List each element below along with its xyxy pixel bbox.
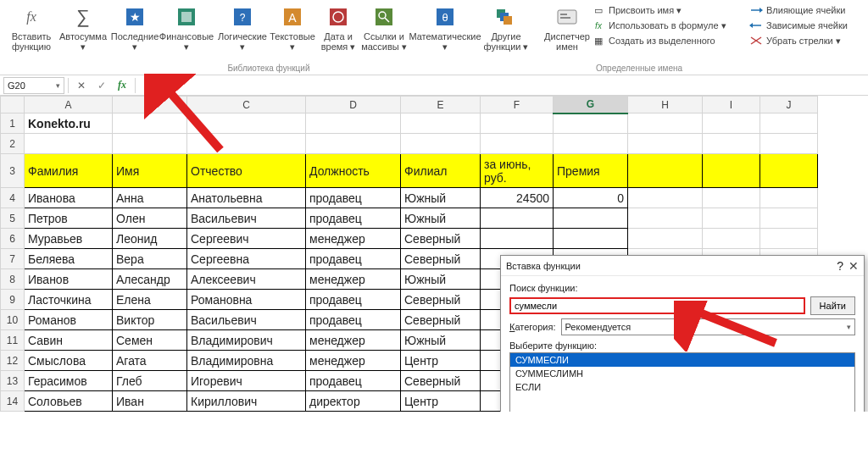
- cell[interactable]: Владимирович: [187, 330, 306, 351]
- cell[interactable]: Олен: [113, 208, 187, 229]
- cell[interactable]: Смыслова: [25, 351, 113, 371]
- row-header[interactable]: 2: [1, 134, 25, 154]
- cell[interactable]: [760, 229, 818, 249]
- cell[interactable]: [554, 113, 628, 134]
- search-function-input[interactable]: [509, 297, 805, 314]
- cell[interactable]: Леонид: [113, 229, 187, 249]
- remove-arrows-button[interactable]: Убрать стрелки ▾: [749, 34, 868, 47]
- trace-dependents-button[interactable]: Зависимые ячейки: [749, 19, 868, 32]
- use-in-formula-button[interactable]: fxИспользовать в формуле ▾: [592, 19, 736, 32]
- row-header[interactable]: 8: [1, 269, 25, 290]
- col-header[interactable]: A: [25, 97, 113, 113]
- cell[interactable]: [703, 154, 760, 188]
- text-button[interactable]: A Текстовые▾: [270, 2, 315, 52]
- cell[interactable]: [187, 134, 306, 154]
- cell[interactable]: [554, 208, 628, 229]
- recent-button[interactable]: ★ Последние▾: [112, 2, 158, 52]
- cell[interactable]: Премия: [554, 154, 628, 188]
- fx-button[interactable]: fx: [113, 77, 131, 94]
- cell[interactable]: Кириллович: [187, 391, 306, 412]
- cell[interactable]: Сергеевна: [187, 249, 306, 269]
- cell[interactable]: Васильевич: [187, 208, 306, 229]
- cell[interactable]: [25, 134, 113, 154]
- cell[interactable]: Фамилия: [25, 154, 113, 188]
- cell[interactable]: Петров: [25, 208, 113, 229]
- cell[interactable]: Центр: [401, 351, 481, 371]
- cell[interactable]: [628, 229, 703, 249]
- name-manager-button[interactable]: Диспетчеримен: [542, 2, 592, 52]
- cell[interactable]: Центр: [401, 391, 481, 412]
- datetime-button[interactable]: Дата ивремя ▾: [315, 2, 361, 52]
- cell[interactable]: продавец: [306, 208, 401, 229]
- insert-function-button[interactable]: fx Вставитьфункцию: [8, 2, 54, 52]
- cell[interactable]: продавец: [306, 188, 401, 208]
- create-from-selection-button[interactable]: ▦Создать из выделенного: [592, 34, 736, 47]
- cell[interactable]: Алексеевич: [187, 269, 306, 290]
- cell[interactable]: менеджер: [306, 229, 401, 249]
- function-option[interactable]: СУММЕСЛИ: [510, 353, 854, 367]
- logical-button[interactable]: ? Логические▾: [215, 2, 270, 52]
- dialog-help-button[interactable]: ?: [837, 259, 843, 273]
- row-header[interactable]: 1: [1, 113, 25, 134]
- cell[interactable]: [554, 229, 628, 249]
- cell[interactable]: продавец: [306, 249, 401, 269]
- category-select[interactable]: Рекомендуется▾: [561, 318, 856, 335]
- cell[interactable]: [760, 208, 818, 229]
- function-option[interactable]: СУММЕСЛИМН: [510, 367, 854, 380]
- cell[interactable]: Вера: [113, 249, 187, 269]
- cell[interactable]: продавец: [306, 290, 401, 310]
- cell[interactable]: менеджер: [306, 351, 401, 371]
- cell[interactable]: [760, 154, 818, 188]
- cell[interactable]: [187, 113, 306, 134]
- cell[interactable]: 0: [554, 188, 628, 208]
- cell[interactable]: Иванова: [25, 188, 113, 208]
- cancel-formula-icon[interactable]: ✕: [72, 77, 91, 94]
- cell[interactable]: Беляева: [25, 249, 113, 269]
- cell[interactable]: [760, 188, 818, 208]
- cell[interactable]: менеджер: [306, 269, 401, 290]
- cell[interactable]: Соловьев: [25, 391, 113, 412]
- math-button[interactable]: θ Математические▾: [407, 2, 483, 52]
- row-header[interactable]: 6: [1, 229, 25, 249]
- cell[interactable]: Konekto.ru: [25, 113, 113, 134]
- cell[interactable]: [306, 113, 401, 134]
- cell[interactable]: Южный: [401, 269, 481, 290]
- cell[interactable]: Анна: [113, 188, 187, 208]
- autosum-button[interactable]: ∑ Автосумма▾: [54, 2, 112, 52]
- cell[interactable]: Анатольевна: [187, 188, 306, 208]
- cell[interactable]: Южный: [401, 208, 481, 229]
- cell[interactable]: Филиал: [401, 154, 481, 188]
- cell[interactable]: Ласточкина: [25, 290, 113, 310]
- financial-button[interactable]: Финансовые▾: [158, 2, 215, 52]
- cell[interactable]: Северный: [401, 290, 481, 310]
- cell[interactable]: директор: [306, 391, 401, 412]
- row-header[interactable]: 9: [1, 290, 25, 310]
- function-option[interactable]: ЕСЛИ: [510, 380, 854, 394]
- cell[interactable]: Сергеевич: [187, 229, 306, 249]
- cell[interactable]: Иванов: [25, 269, 113, 290]
- cell[interactable]: [760, 134, 818, 154]
- col-header[interactable]: D: [306, 97, 401, 113]
- cell[interactable]: Отчество: [187, 154, 306, 188]
- cell[interactable]: Герасимов: [25, 371, 113, 391]
- cell[interactable]: [628, 113, 703, 134]
- enter-formula-icon[interactable]: ✓: [92, 77, 111, 94]
- cell[interactable]: Савин: [25, 330, 113, 351]
- cell[interactable]: [628, 188, 703, 208]
- col-header[interactable]: B: [113, 97, 187, 113]
- col-header[interactable]: J: [760, 97, 818, 113]
- cell[interactable]: [703, 208, 760, 229]
- cell[interactable]: Виктор: [113, 310, 187, 330]
- cell[interactable]: Семен: [113, 330, 187, 351]
- cell[interactable]: Северный: [401, 249, 481, 269]
- row-header[interactable]: 10: [1, 310, 25, 330]
- cell[interactable]: [703, 229, 760, 249]
- function-list[interactable]: СУММЕСЛИСУММЕСЛИМНЕСЛИ: [509, 352, 855, 412]
- cell[interactable]: Северный: [401, 229, 481, 249]
- cell[interactable]: [113, 134, 187, 154]
- row-header[interactable]: 12: [1, 351, 25, 371]
- cell[interactable]: Романовна: [187, 290, 306, 310]
- cell[interactable]: [306, 134, 401, 154]
- cell[interactable]: Южный: [401, 188, 481, 208]
- cell[interactable]: Имя: [113, 154, 187, 188]
